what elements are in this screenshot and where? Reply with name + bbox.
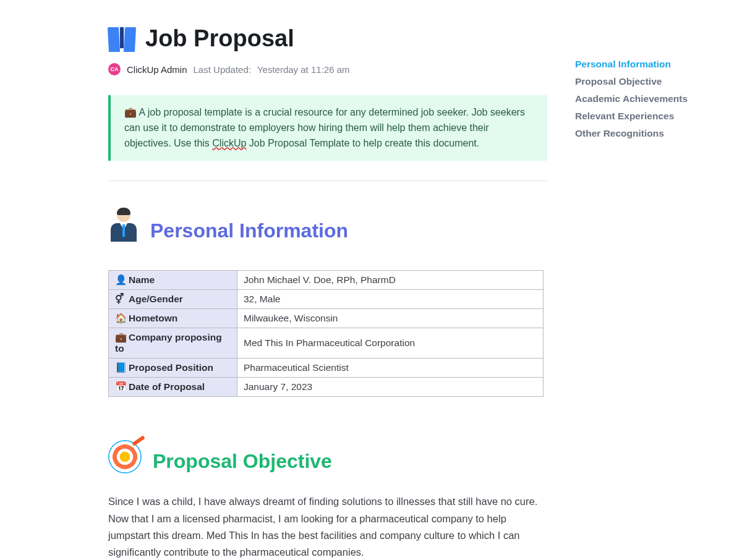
table-value-cell: Med This In Pharmaceutical Corporation — [237, 328, 544, 358]
row-icon: 📘 — [115, 362, 126, 373]
toc-item[interactable]: Relevant Experiences — [575, 108, 730, 125]
target-icon — [108, 440, 142, 473]
row-icon: 👤 — [115, 274, 126, 286]
table-key-cell: 💼Company proposing to — [109, 328, 237, 358]
table-value-cell: Pharmaceutical Scientist — [237, 358, 544, 378]
meta-row: CA ClickUp Admin Last Updated: Yesterday… — [108, 63, 547, 75]
objective-body[interactable]: Since I was a child, I have always dream… — [108, 493, 547, 560]
personal-info-heading[interactable]: Personal Information — [150, 221, 348, 243]
row-icon: 🏠 — [115, 313, 126, 324]
objective-heading[interactable]: Proposal Objective — [153, 451, 332, 473]
suit-tie-icon — [108, 25, 135, 52]
toc-sidebar: Personal InformationProposal ObjectiveAc… — [575, 25, 730, 560]
table-value-cell: John Michael V. Doe, RPh, PharmD — [237, 271, 544, 290]
toc-item[interactable]: Academic Achievements — [575, 90, 730, 108]
section-personal-info-head: Personal Information — [108, 208, 547, 243]
table-value-cell: Milwaukee, Wisconsin — [237, 309, 544, 328]
toc-item[interactable]: Personal Information — [575, 56, 730, 73]
table-key-label: Age/Gender — [129, 294, 183, 304]
table-key-cell: ⚥Age/Gender — [109, 290, 237, 309]
table-key-cell: 📘Proposed Position — [109, 358, 237, 378]
toc-item[interactable]: Other Recognitions — [575, 125, 730, 142]
table-key-cell: 🏠Hometown — [109, 309, 237, 328]
callout-text-after: Job Proposal Template to help create thi… — [246, 138, 479, 148]
clickup-link[interactable]: ClickUp — [212, 138, 246, 148]
table-key-cell: 📅Date of Proposal — [109, 378, 237, 397]
personal-info-table: 👤NameJohn Michael V. Doe, RPh, PharmD⚥Ag… — [108, 270, 544, 397]
table-key-label: Date of Proposal — [129, 381, 205, 392]
table-row[interactable]: 📘Proposed PositionPharmaceutical Scienti… — [109, 358, 544, 378]
section-objective-head: Proposal Objective — [108, 440, 547, 473]
toc-item[interactable]: Proposal Objective — [575, 73, 730, 90]
table-key-label: Hometown — [129, 313, 177, 323]
table-value-cell: 32, Male — [237, 290, 544, 309]
table-row[interactable]: 📅Date of ProposalJanuary 7, 2023 — [109, 378, 544, 397]
table-row[interactable]: 💼Company proposing toMed This In Pharmac… — [109, 328, 544, 358]
table-key-label: Proposed Position — [129, 362, 213, 373]
row-icon: 📅 — [115, 381, 126, 392]
last-updated-label: Last Updated: — [194, 64, 251, 75]
person-icon — [108, 208, 139, 243]
divider — [108, 180, 547, 181]
table-value-cell: January 7, 2023 — [237, 378, 544, 397]
page-title[interactable]: Job Proposal — [145, 25, 294, 52]
briefcase-icon: 💼 — [124, 107, 137, 117]
table-row[interactable]: ⚥Age/Gender32, Male — [109, 290, 544, 309]
table-key-label: Company proposing to — [115, 332, 222, 354]
avatar[interactable]: CA — [108, 63, 121, 75]
table-key-label: Name — [129, 274, 155, 285]
last-updated-value: Yesterday at 11:26 am — [257, 64, 350, 75]
table-row[interactable]: 🏠HometownMilwaukee, Wisconsin — [109, 309, 544, 328]
table-key-cell: 👤Name — [109, 271, 237, 290]
row-icon: ⚥ — [115, 294, 126, 305]
table-row[interactable]: 👤NameJohn Michael V. Doe, RPh, PharmD — [109, 271, 544, 290]
intro-callout[interactable]: 💼 A job proposal template is a crucial r… — [108, 95, 547, 161]
title-row: Job Proposal — [108, 25, 547, 52]
author-name[interactable]: ClickUp Admin — [127, 64, 187, 75]
row-icon: 💼 — [115, 332, 126, 343]
